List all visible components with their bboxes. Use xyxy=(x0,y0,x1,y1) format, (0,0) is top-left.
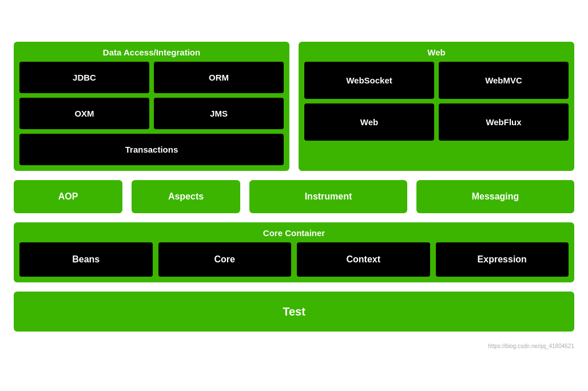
orm-item: ORM xyxy=(154,62,284,93)
top-row: Data Access/Integration JDBC ORM OXM JMS… xyxy=(14,42,574,171)
core-container: Core Container Beans Core Context Expres… xyxy=(14,222,574,282)
test-label: Test xyxy=(283,305,305,318)
transactions-item: Transactions xyxy=(19,134,284,165)
web-container: Web WebSocket WebMVC Web WebFlux xyxy=(299,42,574,171)
websocket-item: WebSocket xyxy=(304,62,434,99)
messaging-box: Messaging xyxy=(416,180,574,213)
watermark: https://blog.csdn.ne/qq_41804621 xyxy=(14,343,574,349)
aspects-box: Aspects xyxy=(132,180,240,213)
aspects-label: Aspects xyxy=(168,191,204,202)
expression-item: Expression xyxy=(436,242,569,277)
core-item: Core xyxy=(158,242,292,277)
test-box: Test xyxy=(14,292,574,332)
data-access-title: Data Access/Integration xyxy=(103,47,200,57)
web-grid: WebSocket WebMVC Web WebFlux xyxy=(304,62,569,141)
jdbc-item: JDBC xyxy=(19,62,149,93)
data-access-container: Data Access/Integration JDBC ORM OXM JMS… xyxy=(14,42,289,171)
beans-item: Beans xyxy=(19,242,153,277)
main-diagram: Data Access/Integration JDBC ORM OXM JMS… xyxy=(14,42,574,349)
jms-item: JMS xyxy=(154,98,284,129)
oxm-item: OXM xyxy=(19,98,149,129)
web-item: Web xyxy=(304,103,434,141)
messaging-label: Messaging xyxy=(472,191,519,202)
web-title: Web xyxy=(427,47,445,57)
instrument-label: Instrument xyxy=(305,191,352,202)
middle-row: AOP Aspects Instrument Messaging xyxy=(14,180,574,213)
data-access-grid: JDBC ORM OXM JMS Transactions xyxy=(19,62,284,165)
aop-label: AOP xyxy=(58,191,78,202)
webflux-item: WebFlux xyxy=(439,103,569,141)
core-container-title: Core Container xyxy=(263,228,325,238)
webmvc-item: WebMVC xyxy=(439,62,569,99)
instrument-box: Instrument xyxy=(249,180,407,213)
aop-box: AOP xyxy=(14,180,122,213)
context-item: Context xyxy=(297,242,430,277)
core-grid: Beans Core Context Expression xyxy=(19,242,569,277)
